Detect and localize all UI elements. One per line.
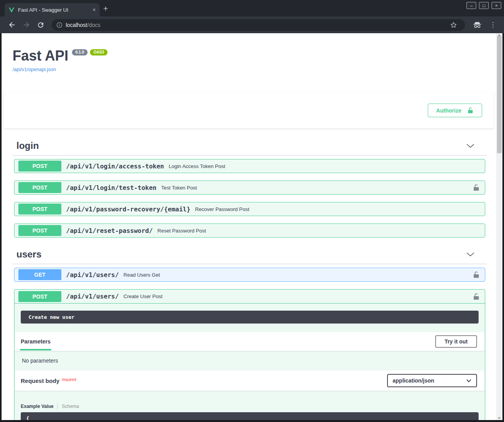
scroll-down-arrow[interactable] [498,417,501,419]
parameters-header: Parameters Try it out [14,332,485,351]
op-row-reset-password[interactable]: POST /api/v1/reset-password/ Reset Passw… [14,224,485,238]
op-row-read-users[interactable]: GET /api/v1/users/ Read Users Get [14,268,485,282]
unlock-icon [472,271,480,279]
close-button[interactable]: × [491,2,501,9]
method-badge: POST [18,182,61,193]
browser-window: Fast API - Swagger UI × + – □ × localhos… [0,0,504,422]
op-summary: Recover Password Post [195,206,249,212]
authorize-button[interactable]: Authorize [428,104,482,117]
browser-tab[interactable]: Fast API - Swagger UI × [5,3,100,16]
forward-arrow-icon [22,21,30,29]
op-row-password-recovery[interactable]: POST /api/v1/password-recovery/{email} R… [14,202,485,216]
media-type-select[interactable]: application/json [387,374,477,387]
oas3-badge: OAS3 [90,49,108,55]
op-path: /api/v1/login/access-token [66,163,164,170]
op-row-create-user[interactable]: POST /api/v1/users/ Create User Post [14,290,485,304]
op-summary: Read Users Get [124,272,160,278]
page-title-row: Fast API 0.1.0 OAS3 [13,47,487,64]
op-row-login-test-token[interactable]: POST /api/v1/login/test-token Test Token… [14,181,485,195]
bookmark-star-button[interactable] [447,21,460,29]
version-badge: 0.1.0 [72,49,88,55]
request-body-header: Request bodyrequired application/json [14,370,485,391]
tab-divider [57,404,58,409]
method-badge: POST [18,291,61,302]
auth-lock-button[interactable] [472,183,481,192]
required-badge: required [62,377,76,382]
opblock-create-user: POST /api/v1/users/ Create User Post Cre… [14,289,485,420]
new-tab-button[interactable]: + [103,4,108,13]
back-arrow-icon [8,21,16,29]
incognito-icon [470,21,485,29]
method-badge: POST [18,161,61,172]
op-summary: Reset Password Post [158,228,206,234]
star-icon [450,21,457,29]
reload-icon [37,21,45,29]
request-body-label: Request bodyrequired [21,377,76,384]
chevron-down-icon[interactable] [466,252,475,257]
method-badge: POST [18,204,61,215]
media-type-value: application/json [393,377,434,384]
url-path: /docs [87,22,100,28]
example-code-block: { [21,412,479,420]
tab-strip: Fast API - Swagger UI × + [0,0,504,16]
users-operations: GET /api/v1/users/ Read Users Get POST /… [13,268,487,420]
back-button[interactable] [5,20,18,30]
method-badge: POST [18,225,61,236]
auth-lock-button[interactable] [472,270,481,279]
browser-toolbar: localhost/docs ⋮ [0,16,504,33]
scrollbar-thumb[interactable] [497,36,502,153]
tab-title: Fast API - Swagger UI [18,7,93,13]
url-host: localhost [66,22,87,28]
auth-lock-button[interactable] [472,292,481,301]
section-title-users: users [16,249,41,260]
op-summary: Create User Post [124,293,163,299]
try-it-out-button[interactable]: Try it out [435,335,477,348]
api-info: Fast API 0.1.0 OAS3 /api/v1/openapi.json [13,33,487,73]
site-info-icon[interactable] [56,22,63,28]
unlock-icon [467,107,474,114]
section-header-login[interactable]: login [13,136,487,156]
section-title-login: login [16,140,39,151]
unlock-icon [472,184,480,191]
op-summary: Test Token Post [161,185,197,191]
chevron-down-icon [466,379,472,383]
tab-schema[interactable]: Schema [62,404,79,409]
op-path: /api/v1/users/ [66,293,119,300]
page-scrollbar[interactable] [496,33,502,420]
op-path: /api/v1/login/test-token [66,184,156,191]
page-title: Fast API [13,47,68,64]
browser-menu-button[interactable]: ⋮ [486,21,499,29]
op-path: /api/v1/users/ [66,271,119,279]
unlock-icon [472,293,480,300]
authorize-label: Authorize [436,107,461,114]
example-code-line: { [26,415,29,420]
method-badge: GET [18,269,61,280]
op-summary: Login Access Token Post [169,163,225,169]
window-controls: – □ × [466,2,501,9]
login-operations: POST /api/v1/login/access-token Login Ac… [13,159,487,238]
op-path: /api/v1/password-recovery/{email} [66,206,190,213]
tab-parameters: Parameters [21,338,50,345]
section-header-users[interactable]: users [13,245,487,264]
scheme-container: Authorize [4,92,494,129]
op-path: /api/v1/reset-password/ [66,227,153,234]
op-row-login-access-token[interactable]: POST /api/v1/login/access-token Login Ac… [14,159,485,173]
forward-button[interactable] [20,20,33,30]
minimize-button[interactable]: – [466,2,476,9]
operation-description: Create new user [21,311,479,324]
reload-button[interactable] [34,20,47,30]
tab-close-icon[interactable]: × [93,7,96,13]
url-bar[interactable]: localhost/docs [52,19,465,31]
tab-example-value[interactable]: Example Value [21,404,54,409]
favicon-fastapi-icon [9,7,14,13]
swagger-page: Fast API 0.1.0 OAS3 /api/v1/openapi.json… [2,33,496,420]
example-tabs: Example Value Schema [21,404,485,409]
chevron-down-icon[interactable] [466,143,475,148]
no-parameters-text: No parameters [14,351,485,370]
maximize-button[interactable]: □ [479,2,489,9]
openapi-spec-link[interactable]: /api/v1/openapi.json [13,67,56,72]
